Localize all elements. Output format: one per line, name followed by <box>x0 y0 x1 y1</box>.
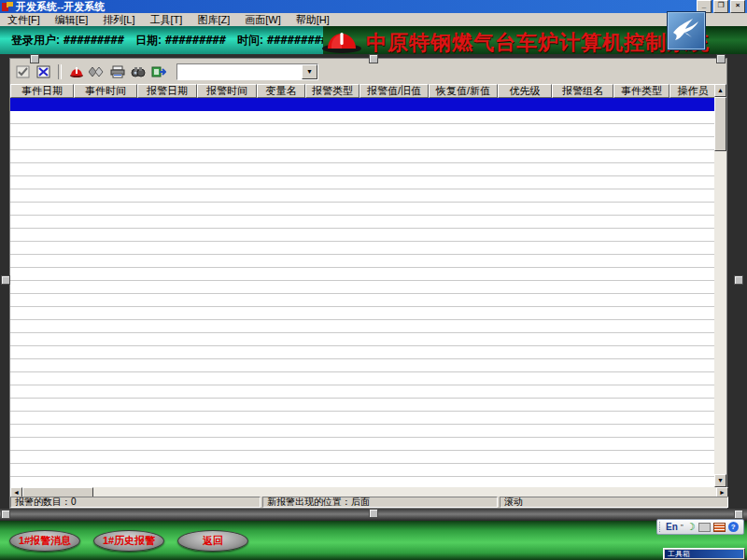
menu-file[interactable]: 文件[F] <box>0 13 48 27</box>
ime-softkeyboard-icon[interactable] <box>713 523 726 532</box>
table-row[interactable] <box>10 137 716 150</box>
col-alarm-type[interactable]: 报警类型 <box>305 84 359 98</box>
selection-handle-mid-right[interactable] <box>734 275 743 285</box>
export-icon[interactable] <box>150 64 166 79</box>
col-alarm-time[interactable]: 报警时间 <box>197 84 257 98</box>
combo-input[interactable] <box>177 64 302 79</box>
menu-screen[interactable]: 画面[W] <box>237 13 289 27</box>
status-new-alarm-position: 新报警出现的位置：后面 <box>262 497 498 508</box>
col-recover-value[interactable]: 恢复值/新值 <box>429 84 498 98</box>
col-alarm-value[interactable]: 报警值/旧值 <box>359 84 429 98</box>
table-row[interactable] <box>10 150 716 163</box>
selected-alarm-row[interactable] <box>10 98 716 111</box>
ime-punctuation-icon[interactable]: ” <box>681 524 684 531</box>
menu-edit[interactable]: 编辑[E] <box>48 13 95 27</box>
table-row[interactable] <box>10 399 716 412</box>
selection-handle-bottom-center[interactable] <box>369 509 378 518</box>
event-filter-icon[interactable] <box>89 64 105 79</box>
selection-handle-bottom-left[interactable] <box>1 510 10 519</box>
table-row[interactable] <box>10 412 716 425</box>
vertical-scrollbar[interactable]: ▲ ▼ <box>714 84 726 487</box>
col-alarm-group[interactable]: 报警组名 <box>552 84 613 98</box>
alarm-message-button[interactable]: 1#报警消息 <box>9 530 80 552</box>
table-row[interactable] <box>10 203 716 216</box>
table-row[interactable] <box>10 438 716 451</box>
table-row[interactable] <box>10 464 716 477</box>
table-row[interactable] <box>10 229 716 242</box>
table-row[interactable] <box>10 189 716 203</box>
table-row[interactable] <box>10 111 716 124</box>
history-alarm-button[interactable]: 1#历史报警 <box>93 530 164 552</box>
table-row[interactable] <box>10 294 716 307</box>
table-row[interactable] <box>10 451 716 464</box>
alarm-beacon-icon <box>320 27 363 53</box>
col-priority[interactable]: 优先级 <box>498 84 552 98</box>
selection-handle-top-left[interactable] <box>30 54 39 63</box>
vertical-scroll-thumb[interactable] <box>714 97 726 151</box>
col-event-date[interactable]: 事件日期 <box>10 84 74 98</box>
ime-picture-icon[interactable] <box>698 523 711 532</box>
status-scroll-mode: 滚动 <box>500 497 728 508</box>
ime-language-indicator[interactable]: En <box>666 522 678 532</box>
col-variable-name[interactable]: 变量名 <box>257 84 305 98</box>
system-title: 中原特钢燃气台车炉计算机控制系统 <box>366 29 710 57</box>
login-user-value: ######### <box>63 34 124 47</box>
col-operator[interactable]: 操作员 <box>669 84 716 98</box>
toolbox-window[interactable]: 工具箱 <box>663 548 745 560</box>
col-event-type[interactable]: 事件类型 <box>613 84 669 98</box>
selection-handle-mid-left[interactable] <box>1 275 10 285</box>
combo-dropdown-arrow-icon[interactable]: ▼ <box>302 64 317 79</box>
table-row[interactable] <box>10 477 716 487</box>
time-value: ######### <box>267 34 328 47</box>
alarm-group-combobox[interactable]: ▼ <box>176 63 318 80</box>
alarm-lamp-icon[interactable] <box>68 64 84 79</box>
date-value: ######### <box>165 34 226 47</box>
table-row[interactable] <box>10 216 716 229</box>
table-row[interactable] <box>10 320 716 333</box>
table-row[interactable] <box>10 307 716 320</box>
table-row[interactable] <box>10 333 716 346</box>
table-row[interactable] <box>10 425 716 438</box>
time-label: 时间: <box>237 33 263 49</box>
ime-grip-handle[interactable] <box>659 522 663 532</box>
window-titlebar[interactable]: 开发系统--开发系统 _ ❐ × <box>0 0 747 13</box>
menu-arrange[interactable]: 排列[L] <box>95 13 142 27</box>
acknowledge-check-icon[interactable] <box>15 64 31 79</box>
ime-language-bar[interactable]: En ” ☽ ? <box>656 519 744 535</box>
menu-tools[interactable]: 工具[T] <box>143 13 190 27</box>
return-button[interactable]: 返回 <box>177 530 248 552</box>
close-button[interactable]: × <box>730 0 745 13</box>
table-row[interactable] <box>10 281 716 294</box>
selection-handle-bottom-right[interactable] <box>734 510 743 519</box>
toolbox-titlebar[interactable]: 工具箱 <box>665 550 743 558</box>
scroll-up-arrow-icon[interactable]: ▲ <box>714 84 726 97</box>
kingview-swallow-logo-icon <box>667 11 706 50</box>
table-row[interactable] <box>10 163 716 176</box>
date-label: 日期: <box>135 33 162 49</box>
restore-button[interactable]: ❐ <box>713 0 728 13</box>
selection-handle-top-right[interactable] <box>716 54 726 63</box>
find-binoculars-icon[interactable] <box>130 64 146 79</box>
table-row[interactable] <box>10 359 716 372</box>
selection-handle-top-center[interactable] <box>369 54 378 63</box>
table-row[interactable] <box>10 124 716 137</box>
ime-fullwidth-moon-icon[interactable]: ☽ <box>686 522 696 532</box>
ime-help-icon[interactable]: ? <box>728 522 739 532</box>
table-row[interactable] <box>10 385 716 399</box>
scroll-down-arrow-icon[interactable]: ▼ <box>714 474 726 487</box>
menu-help[interactable]: 帮助[H] <box>289 13 337 27</box>
window-title: 开发系统--开发系统 <box>16 0 105 14</box>
grid-body[interactable] <box>10 98 716 487</box>
alarm-statusbar: 报警的数目：0 新报警出现的位置：后面 滚动 <box>10 497 728 508</box>
col-alarm-date[interactable]: 报警日期 <box>137 84 197 98</box>
menu-library[interactable]: 图库[Z] <box>190 13 237 27</box>
table-row[interactable] <box>10 372 716 385</box>
table-row[interactable] <box>10 255 716 268</box>
print-icon[interactable] <box>109 64 125 79</box>
table-row[interactable] <box>10 176 716 189</box>
col-event-time[interactable]: 事件时间 <box>74 84 137 98</box>
table-row[interactable] <box>10 346 716 359</box>
table-row[interactable] <box>10 242 716 255</box>
delete-x-icon[interactable] <box>35 64 51 79</box>
table-row[interactable] <box>10 268 716 281</box>
